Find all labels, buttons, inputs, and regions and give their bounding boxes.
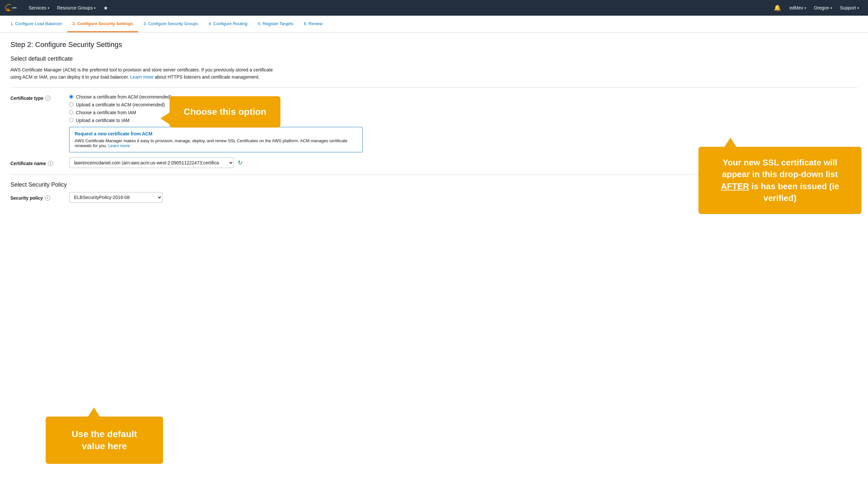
aws-logo[interactable]: aws bbox=[5, 3, 18, 12]
cert-refresh-button[interactable]: ↻ bbox=[236, 159, 244, 166]
support-menu[interactable]: Support ▾ bbox=[836, 0, 863, 16]
tab-configure-security-groups[interactable]: 3. Configure Security Groups bbox=[138, 16, 204, 32]
security-policy-row: Security policy i ELBSecurityPolicy-2016… bbox=[10, 192, 858, 203]
svg-text:aws: aws bbox=[12, 6, 17, 9]
section-divider bbox=[10, 88, 858, 88]
section2-title: Select Security Policy bbox=[10, 181, 858, 188]
radio-acm-recommended[interactable]: Choose a certificate from ACM (recommend… bbox=[69, 94, 858, 100]
certificate-name-label: Certificate name i bbox=[10, 160, 69, 166]
resource-groups-label: Resource Groups bbox=[57, 5, 93, 10]
resource-groups-caret: ▾ bbox=[94, 6, 95, 10]
certificate-name-row: Certificate name i lawrencemcdaniel.com … bbox=[10, 157, 858, 168]
services-nav[interactable]: Services ▾ bbox=[25, 0, 53, 16]
acm-info-title: Request a new certificate from ACM bbox=[75, 131, 357, 136]
acm-info-desc: AWS Certificate Manager makes it easy to… bbox=[75, 138, 357, 148]
resource-groups-nav[interactable]: Resource Groups ▾ bbox=[53, 0, 100, 16]
certificate-name-select[interactable]: lawrencemcdaniel.com (arn:aws:acm:us-wes… bbox=[69, 157, 234, 168]
support-caret: ▾ bbox=[857, 6, 859, 10]
description-text: AWS Certificate Manager (ACM) is the pre… bbox=[10, 66, 278, 81]
learn-more-link[interactable]: Learn more bbox=[130, 74, 154, 80]
user-menu[interactable]: edMex ▾ bbox=[785, 0, 810, 16]
user-label: edMex bbox=[789, 5, 803, 10]
main-content: Step 2: Configure Security Settings Sele… bbox=[0, 33, 868, 503]
section1-title: Select default certificate bbox=[10, 55, 858, 62]
acm-learn-more-link[interactable]: Learn more bbox=[108, 143, 130, 148]
cert-type-info-icon[interactable]: i bbox=[45, 95, 51, 101]
radio-choose-iam-input[interactable] bbox=[69, 110, 73, 114]
certificate-type-label: Certificate type i bbox=[10, 94, 69, 101]
top-navigation: aws Services ▾ Resource Groups ▾ ★ 🔔 edM… bbox=[0, 0, 868, 16]
tab-configure-load-balancer[interactable]: 1. Configure Load Balancer bbox=[5, 16, 67, 32]
radio-upload-acm-input[interactable] bbox=[69, 102, 73, 107]
tab-configure-routing[interactable]: 4. Configure Routing bbox=[204, 16, 253, 32]
nav-right: 🔔 edMex ▾ Oregon ▾ Support ▾ bbox=[769, 0, 863, 16]
region-label: Oregon bbox=[814, 5, 829, 10]
region-caret: ▾ bbox=[830, 6, 832, 10]
security-policy-label: Security policy i bbox=[10, 194, 69, 201]
certificate-name-content: lawrencemcdaniel.com (arn:aws:acm:us-wes… bbox=[69, 157, 858, 168]
tab-review[interactable]: 6. Review bbox=[299, 16, 328, 32]
default-value-callout: Use the default value here bbox=[46, 417, 163, 464]
services-label: Services bbox=[29, 5, 46, 10]
wizard-tabs: 1. Configure Load Balancer 2. Configure … bbox=[0, 16, 868, 33]
radio-upload-acm[interactable]: Upload a certificate to ACM (recommended… bbox=[69, 102, 858, 107]
acm-info-box: Request a new certificate from ACM AWS C… bbox=[69, 127, 363, 152]
bookmarks-nav[interactable]: ★ bbox=[100, 0, 112, 16]
radio-choose-iam[interactable]: Choose a certificate from IAM bbox=[69, 110, 858, 115]
services-caret: ▾ bbox=[48, 6, 49, 10]
radio-acm-input[interactable] bbox=[69, 95, 73, 99]
request-cert-link[interactable]: Request a new certificate from ACM bbox=[75, 131, 152, 136]
cert-select-row: lawrencemcdaniel.com (arn:aws:acm:us-wes… bbox=[69, 157, 858, 168]
radio-upload-iam[interactable]: Upload a certificate to IAM bbox=[69, 118, 858, 123]
cert-name-info-icon[interactable]: i bbox=[48, 161, 53, 166]
security-policy-info-icon[interactable]: i bbox=[45, 195, 50, 201]
security-policy-select[interactable]: ELBSecurityPolicy-2016-08 ELBSecurityPol… bbox=[69, 192, 162, 203]
certificate-type-options: Choose a certificate from ACM (recommend… bbox=[69, 94, 858, 152]
radio-upload-iam-input[interactable] bbox=[69, 118, 73, 122]
tab-register-targets[interactable]: 5. Register Targets bbox=[253, 16, 299, 32]
security-policy-content: ELBSecurityPolicy-2016-08 ELBSecurityPol… bbox=[69, 192, 858, 203]
page-title: Step 2: Configure Security Settings bbox=[10, 40, 858, 49]
region-menu[interactable]: Oregon ▾ bbox=[810, 0, 836, 16]
tab-configure-security-settings[interactable]: 2. Configure Security Settings bbox=[67, 16, 138, 32]
certificate-type-row: Certificate type i Choose a certificate … bbox=[10, 94, 858, 152]
support-label: Support bbox=[840, 5, 856, 10]
radio-group-cert-type: Choose a certificate from ACM (recommend… bbox=[69, 94, 858, 123]
ssl-dropdown-callout: Your new SSL certificate will appear in … bbox=[699, 147, 861, 214]
notifications-bell[interactable]: 🔔 bbox=[769, 0, 785, 16]
user-caret: ▾ bbox=[804, 6, 806, 10]
